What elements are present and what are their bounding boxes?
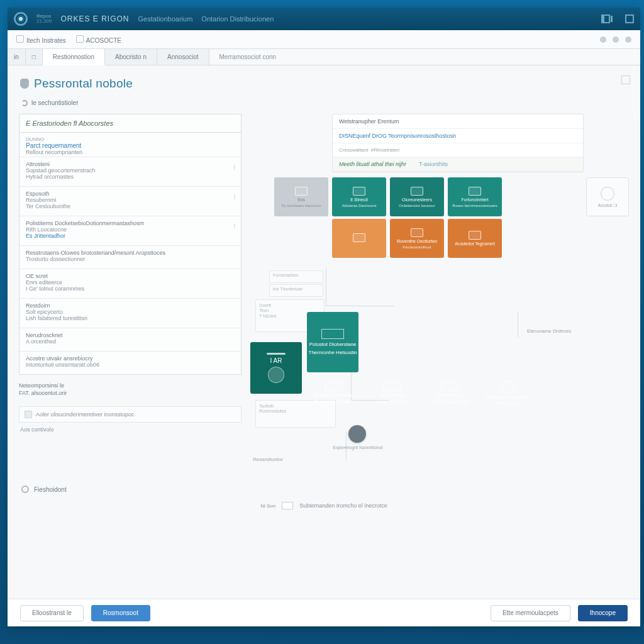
tile[interactable]: Arostertot Tegromert <box>448 219 502 258</box>
detail-block: ⁝ Attrosteni Sopstad geocortemerstrach H… <box>19 157 241 186</box>
building-icon <box>383 382 401 391</box>
tile-icon <box>469 231 481 240</box>
tile[interactable]: Roventhe Oectiorten Frindsosrardhoot <box>390 219 444 258</box>
menu-item-1[interactable]: Gestationboarium <box>138 15 193 23</box>
menu-item-2[interactable]: Ontarion Distribucionen <box>201 15 274 23</box>
subheader-item-2[interactable]: ACOSOCTE <box>76 35 121 44</box>
side-card-icon <box>601 187 614 201</box>
tile-icon <box>411 187 423 196</box>
tab-mini-1[interactable]: in <box>8 49 26 65</box>
tile-icon <box>353 233 365 242</box>
tab-mini-2[interactable]: □ <box>26 49 43 65</box>
app-name: ORKES E RIGON <box>60 14 129 23</box>
group-label: DUNNO <box>26 136 235 142</box>
ghost-label: Fornertathen <box>269 270 323 283</box>
tab-main-2[interactable]: Abocristo n <box>105 49 157 65</box>
legend-small: Nl Son <box>260 503 275 509</box>
content-area: Pessrontal nobole le sechuntistioler E E… <box>8 65 640 599</box>
tile-icon <box>295 187 308 196</box>
tile-icon <box>469 187 481 196</box>
logo-meta: Repos 21.309 <box>36 14 52 25</box>
tile-disabled: Ess Py trenrleaes theormon <box>274 177 328 216</box>
tile-row-top: Ess Py trenrleaes theormon E Bineoll Ald… <box>274 177 629 216</box>
globe-icon <box>501 380 514 393</box>
section-toggle[interactable]: Fieshoidont <box>21 486 629 493</box>
tile[interactable]: Potostot DioberstaneThernronhe Hetsostin <box>307 375 361 411</box>
bookmark-icon <box>76 35 84 43</box>
summary-title: Wetstranupher Erentum <box>333 114 583 129</box>
detail-block: Nerudroscknet A orcenthed <box>19 328 241 351</box>
group-desc: Rellout necomprianten <box>26 149 235 155</box>
more-icon[interactable]: ⁝ <box>233 164 236 172</box>
tile[interactable]: Oioreonesteers Ordettensins beoosor <box>390 177 444 216</box>
detail-block: OE scret Enrs editeerce I Ge' totnut cor… <box>19 269 241 298</box>
expand-icon[interactable] <box>621 75 630 84</box>
diagram-footer: Resersttontor <box>253 457 283 462</box>
person-tile[interactable]: I AR <box>250 342 302 394</box>
summary-card: Wetstranupher Erentum DISNEquenf DrOG Te… <box>332 114 584 172</box>
side-info-card[interactable]: Arostot □t <box>586 177 629 216</box>
tab-ghost[interactable]: Merramosociot conn <box>209 49 287 65</box>
tile[interactable]: E Bineoll Aldsteras Decinsomt <box>332 177 386 216</box>
legend: Nl Son Subtemanden Iromcho el inecrotce <box>19 502 629 509</box>
note-footer: Aos contivolo <box>20 426 240 433</box>
details-panel-header: E Erastorioden fl Abocorstes <box>19 114 241 133</box>
footer-primary[interactable]: Ihnocope <box>578 605 628 621</box>
footer-secondary-1[interactable]: Elloostranst le <box>20 605 84 621</box>
page-title: Pessrontal nobole <box>34 77 133 91</box>
doc-icon <box>16 35 24 43</box>
note-box[interactable]: Aoler olisucinderimeretiver inonsstopoc <box>19 406 242 423</box>
group-link[interactable]: Parct requernament <box>26 142 235 149</box>
tab-main-1[interactable]: Restionnostion <box>43 49 105 65</box>
node-label: Esperenogrit Norenticinot <box>331 445 385 450</box>
distance-label: Eleroname Dnitrces <box>527 328 571 334</box>
tile[interactable]: NoronotadootVechrinit oderctorent <box>423 375 477 411</box>
bell-icon <box>20 79 29 89</box>
page-subtitle-row: le sechuntistioler <box>21 99 629 106</box>
category-tile[interactable]: Potostot Dioberstane Thernronhe Hetsosti… <box>307 312 358 372</box>
status-dot-icon[interactable] <box>600 36 606 43</box>
diagram-area: Fornertathen Ins Thontertoer OverttTeonT… <box>250 268 629 475</box>
logo-line2: 21.309 <box>36 19 52 24</box>
avatar-icon <box>268 367 284 383</box>
detail-block: ⁝ Polistitems DocketsebioDotionmermastas… <box>19 216 241 245</box>
notifications-icon[interactable] <box>613 36 619 43</box>
settings-icon[interactable] <box>625 36 631 43</box>
footer-secondary-2[interactable]: Ette mermoulacpets <box>491 605 570 621</box>
legend-text: Subtemanden Iromcho el inecrotce <box>299 502 387 509</box>
note-icon <box>25 411 32 418</box>
app-logo <box>14 12 28 26</box>
tile[interactable] <box>332 219 386 258</box>
subheader: Itech Instrates ACOSOCTE <box>8 30 640 49</box>
subheader-item-1[interactable]: Itech Instrates <box>16 35 66 44</box>
more-icon[interactable]: ⁝ <box>233 223 236 231</box>
note-text: Aoler olisucinderimeretiver inonsstopoc <box>36 411 135 418</box>
tile-icon <box>411 228 423 237</box>
building-icon <box>321 329 344 339</box>
titlebar: Repos 21.309 ORKES E RIGON Gestationboar… <box>8 8 640 30</box>
detail-block: ⁝ Esposoth Resubernmi Ter Cestoubonthe <box>19 186 241 216</box>
tile[interactable]: Ditrondesttrinsint ige Astertmor <box>365 375 419 411</box>
window-control-icon[interactable] <box>625 14 634 23</box>
detail-block: Restdoirn Solt epicycerto Lish falattere… <box>19 298 241 328</box>
building-icon <box>325 382 343 391</box>
extra-meta: Neteomporsinsi le FAT. alsocentot.orir <box>19 382 242 396</box>
detail-block: Resstrotaens·Olowes brotosteriand/mesont… <box>19 245 241 269</box>
tile-row-top2: Roventhe Oectiorten Frindsosrardhoot Aro… <box>332 219 629 258</box>
node-circle[interactable] <box>348 425 366 443</box>
more-icon[interactable]: ⁝ <box>233 193 236 201</box>
radio-icon[interactable] <box>21 486 29 493</box>
page-title-row: Pessrontal nobole <box>20 77 629 91</box>
tile[interactable]: Fortoncinntert Rosen-Iternimesonescoers <box>448 177 502 216</box>
detail-block: Acostre utvakr ansrebiocry Intontontuti … <box>19 351 241 374</box>
tab-main-3[interactable]: Annosociot <box>157 49 209 65</box>
summary-sub: Cresswaltant· #Rinostrateri <box>333 143 583 157</box>
refresh-icon[interactable] <box>21 100 28 106</box>
tile[interactable]: oxyret peoter arsoraceryRetmeon Lieu <box>480 375 535 411</box>
summary-final: Meeth lituatl athal thei nijhr T-asionth… <box>333 157 583 172</box>
footer-bar: Elloostranst le Rosmonsoot Ette mermoula… <box>8 599 640 626</box>
window-maximize-icon[interactable] <box>601 14 610 23</box>
summary-link[interactable]: DISNEquenf DrOG Teormpnisonrososthostosn <box>333 129 583 143</box>
page-subtitle: le sechuntistioler <box>31 99 78 106</box>
footer-accent[interactable]: Rosmonsoot <box>91 605 150 621</box>
